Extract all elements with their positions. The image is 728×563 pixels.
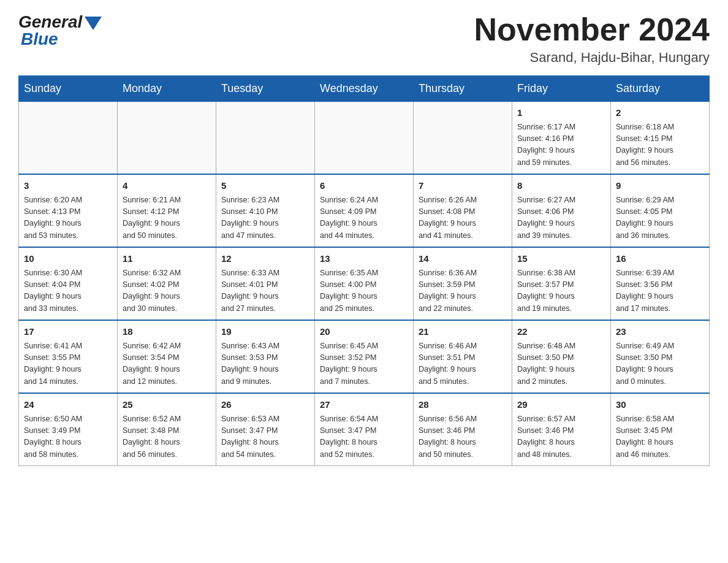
day-info: Sunrise: 6:54 AM Sunset: 3:47 PM Dayligh…	[320, 413, 408, 461]
location-title: Sarand, Hajdu-Bihar, Hungary	[474, 50, 710, 66]
calendar-cell: 24Sunrise: 6:50 AM Sunset: 3:49 PM Dayli…	[19, 393, 118, 466]
calendar-cell	[315, 102, 414, 175]
calendar-cell: 12Sunrise: 6:33 AM Sunset: 4:01 PM Dayli…	[216, 247, 315, 320]
calendar-cell: 27Sunrise: 6:54 AM Sunset: 3:47 PM Dayli…	[315, 393, 414, 466]
logo-blue-text: Blue	[21, 29, 58, 49]
day-info: Sunrise: 6:57 AM Sunset: 3:46 PM Dayligh…	[517, 413, 605, 461]
day-number: 22	[517, 325, 605, 339]
day-info: Sunrise: 6:58 AM Sunset: 3:45 PM Dayligh…	[616, 413, 704, 461]
calendar-cell	[19, 102, 118, 175]
calendar-cell: 19Sunrise: 6:43 AM Sunset: 3:53 PM Dayli…	[216, 320, 315, 393]
logo-triangle-icon	[85, 17, 102, 30]
day-number: 8	[517, 179, 605, 193]
calendar-cell: 18Sunrise: 6:42 AM Sunset: 3:54 PM Dayli…	[118, 320, 216, 393]
day-number: 27	[320, 398, 408, 412]
day-info: Sunrise: 6:27 AM Sunset: 4:06 PM Dayligh…	[517, 194, 605, 242]
calendar-cell: 30Sunrise: 6:58 AM Sunset: 3:45 PM Dayli…	[611, 393, 710, 466]
day-number: 12	[221, 252, 309, 266]
calendar-cell: 28Sunrise: 6:56 AM Sunset: 3:46 PM Dayli…	[414, 393, 512, 466]
calendar-cell: 26Sunrise: 6:53 AM Sunset: 3:47 PM Dayli…	[216, 393, 315, 466]
day-info: Sunrise: 6:56 AM Sunset: 3:46 PM Dayligh…	[419, 413, 507, 461]
weekday-header-saturday: Saturday	[611, 76, 710, 102]
day-number: 6	[320, 179, 408, 193]
day-info: Sunrise: 6:50 AM Sunset: 3:49 PM Dayligh…	[24, 413, 112, 461]
day-number: 20	[320, 325, 408, 339]
calendar-cell	[414, 102, 512, 175]
calendar-cell: 4Sunrise: 6:21 AM Sunset: 4:12 PM Daylig…	[118, 174, 216, 247]
day-number: 15	[517, 252, 605, 266]
calendar-cell	[118, 102, 216, 175]
day-number: 5	[221, 179, 309, 193]
day-info: Sunrise: 6:41 AM Sunset: 3:55 PM Dayligh…	[24, 340, 112, 388]
day-number: 9	[616, 179, 704, 193]
day-number: 26	[221, 398, 309, 412]
day-number: 11	[123, 252, 211, 266]
calendar-cell: 7Sunrise: 6:26 AM Sunset: 4:08 PM Daylig…	[414, 174, 512, 247]
calendar-table: SundayMondayTuesdayWednesdayThursdayFrid…	[18, 75, 710, 466]
weekday-header-sunday: Sunday	[19, 76, 118, 102]
day-info: Sunrise: 6:38 AM Sunset: 3:57 PM Dayligh…	[517, 267, 605, 315]
weekday-header-friday: Friday	[512, 76, 611, 102]
calendar-cell: 25Sunrise: 6:52 AM Sunset: 3:48 PM Dayli…	[118, 393, 216, 466]
calendar-week-row: 10Sunrise: 6:30 AM Sunset: 4:04 PM Dayli…	[19, 247, 710, 320]
header: General Blue November 2024 Sarand, Hajdu…	[18, 12, 710, 66]
day-info: Sunrise: 6:36 AM Sunset: 3:59 PM Dayligh…	[419, 267, 507, 315]
calendar-cell: 17Sunrise: 6:41 AM Sunset: 3:55 PM Dayli…	[19, 320, 118, 393]
calendar-week-row: 24Sunrise: 6:50 AM Sunset: 3:49 PM Dayli…	[19, 393, 710, 466]
day-info: Sunrise: 6:20 AM Sunset: 4:13 PM Dayligh…	[24, 194, 112, 242]
month-title: November 2024	[474, 12, 710, 47]
day-info: Sunrise: 6:17 AM Sunset: 4:16 PM Dayligh…	[517, 121, 605, 169]
day-number: 29	[517, 398, 605, 412]
calendar-cell: 9Sunrise: 6:29 AM Sunset: 4:05 PM Daylig…	[611, 174, 710, 247]
day-info: Sunrise: 6:24 AM Sunset: 4:09 PM Dayligh…	[320, 194, 408, 242]
day-number: 28	[419, 398, 507, 412]
calendar-cell: 14Sunrise: 6:36 AM Sunset: 3:59 PM Dayli…	[414, 247, 512, 320]
calendar-cell: 10Sunrise: 6:30 AM Sunset: 4:04 PM Dayli…	[19, 247, 118, 320]
day-info: Sunrise: 6:32 AM Sunset: 4:02 PM Dayligh…	[123, 267, 211, 315]
day-info: Sunrise: 6:35 AM Sunset: 4:00 PM Dayligh…	[320, 267, 408, 315]
calendar-cell: 21Sunrise: 6:46 AM Sunset: 3:51 PM Dayli…	[414, 320, 512, 393]
calendar-week-row: 3Sunrise: 6:20 AM Sunset: 4:13 PM Daylig…	[19, 174, 710, 247]
day-number: 23	[616, 325, 704, 339]
day-number: 16	[616, 252, 704, 266]
day-info: Sunrise: 6:26 AM Sunset: 4:08 PM Dayligh…	[419, 194, 507, 242]
calendar-cell: 8Sunrise: 6:27 AM Sunset: 4:06 PM Daylig…	[512, 174, 611, 247]
day-info: Sunrise: 6:39 AM Sunset: 3:56 PM Dayligh…	[616, 267, 704, 315]
day-info: Sunrise: 6:45 AM Sunset: 3:52 PM Dayligh…	[320, 340, 408, 388]
calendar-cell: 3Sunrise: 6:20 AM Sunset: 4:13 PM Daylig…	[19, 174, 118, 247]
day-info: Sunrise: 6:48 AM Sunset: 3:50 PM Dayligh…	[517, 340, 605, 388]
day-number: 24	[24, 398, 112, 412]
day-number: 7	[419, 179, 507, 193]
weekday-header-tuesday: Tuesday	[216, 76, 315, 102]
calendar-cell: 29Sunrise: 6:57 AM Sunset: 3:46 PM Dayli…	[512, 393, 611, 466]
day-info: Sunrise: 6:30 AM Sunset: 4:04 PM Dayligh…	[24, 267, 112, 315]
calendar-cell: 20Sunrise: 6:45 AM Sunset: 3:52 PM Dayli…	[315, 320, 414, 393]
title-block: November 2024 Sarand, Hajdu-Bihar, Hunga…	[474, 12, 710, 66]
calendar-cell: 1Sunrise: 6:17 AM Sunset: 4:16 PM Daylig…	[512, 102, 611, 175]
calendar-cell	[216, 102, 315, 175]
day-info: Sunrise: 6:29 AM Sunset: 4:05 PM Dayligh…	[616, 194, 704, 242]
calendar-cell: 13Sunrise: 6:35 AM Sunset: 4:00 PM Dayli…	[315, 247, 414, 320]
day-info: Sunrise: 6:46 AM Sunset: 3:51 PM Dayligh…	[419, 340, 507, 388]
day-number: 25	[123, 398, 211, 412]
day-number: 21	[419, 325, 507, 339]
day-info: Sunrise: 6:49 AM Sunset: 3:50 PM Dayligh…	[616, 340, 704, 388]
weekday-header-monday: Monday	[118, 76, 216, 102]
calendar-cell: 16Sunrise: 6:39 AM Sunset: 3:56 PM Dayli…	[611, 247, 710, 320]
day-number: 19	[221, 325, 309, 339]
day-number: 30	[616, 398, 704, 412]
day-info: Sunrise: 6:18 AM Sunset: 4:15 PM Dayligh…	[616, 121, 704, 169]
calendar-cell: 11Sunrise: 6:32 AM Sunset: 4:02 PM Dayli…	[118, 247, 216, 320]
day-info: Sunrise: 6:21 AM Sunset: 4:12 PM Dayligh…	[123, 194, 211, 242]
calendar-cell: 22Sunrise: 6:48 AM Sunset: 3:50 PM Dayli…	[512, 320, 611, 393]
calendar-cell: 15Sunrise: 6:38 AM Sunset: 3:57 PM Dayli…	[512, 247, 611, 320]
calendar-week-row: 17Sunrise: 6:41 AM Sunset: 3:55 PM Dayli…	[19, 320, 710, 393]
logo: General Blue	[18, 12, 102, 49]
day-number: 10	[24, 252, 112, 266]
calendar-cell: 6Sunrise: 6:24 AM Sunset: 4:09 PM Daylig…	[315, 174, 414, 247]
calendar-week-row: 1Sunrise: 6:17 AM Sunset: 4:16 PM Daylig…	[19, 102, 710, 175]
day-number: 4	[123, 179, 211, 193]
day-info: Sunrise: 6:52 AM Sunset: 3:48 PM Dayligh…	[123, 413, 211, 461]
day-info: Sunrise: 6:42 AM Sunset: 3:54 PM Dayligh…	[123, 340, 211, 388]
day-info: Sunrise: 6:33 AM Sunset: 4:01 PM Dayligh…	[221, 267, 309, 315]
